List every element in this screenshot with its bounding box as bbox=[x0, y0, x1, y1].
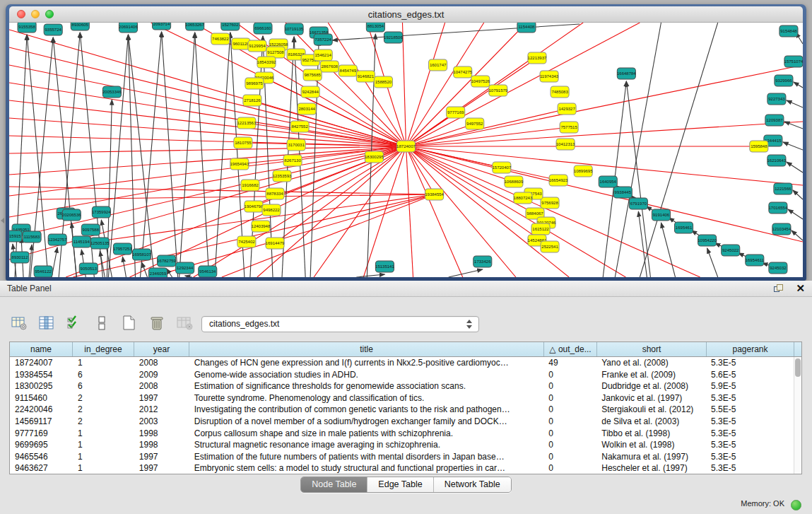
graph-edge[interactable] bbox=[787, 162, 803, 173]
graph-edge[interactable] bbox=[180, 33, 195, 277]
table-scrollbar[interactable] bbox=[794, 357, 801, 474]
scrollbar-thumb[interactable] bbox=[795, 358, 801, 377]
graph-edge[interactable] bbox=[71, 223, 76, 277]
tab-edge-table[interactable]: Edge Table bbox=[367, 477, 433, 492]
delete-column-button[interactable] bbox=[148, 314, 166, 332]
graph-edge[interactable] bbox=[356, 274, 384, 277]
show-column-button[interactable] bbox=[37, 314, 56, 332]
table-cell: 0 bbox=[543, 451, 596, 463]
column-header-year[interactable]: year bbox=[134, 342, 189, 356]
graph-node-label: 9756928 bbox=[541, 201, 558, 205]
table-cell: 9463627 bbox=[10, 462, 73, 474]
minimize-window-icon[interactable] bbox=[31, 10, 40, 18]
close-panel-icon[interactable]: ✕ bbox=[796, 284, 805, 293]
graph-edge[interactable] bbox=[9, 47, 406, 146]
graph-node-label: 16958107 bbox=[132, 252, 151, 257]
graph-edge[interactable] bbox=[783, 142, 803, 150]
table-cell: 1 bbox=[73, 451, 134, 463]
graph-edge[interactable] bbox=[793, 190, 803, 199]
select-all-button[interactable] bbox=[65, 314, 83, 332]
graph-edge[interactable] bbox=[9, 100, 406, 146]
table-cell: Structural magnetic resonance image aver… bbox=[189, 439, 544, 451]
table-row[interactable]: 946362711997Embryonic stem cells: a mode… bbox=[10, 462, 794, 474]
graph-edge[interactable] bbox=[406, 23, 640, 146]
float-panel-icon[interactable] bbox=[774, 284, 784, 293]
column-header-in_degree[interactable]: in_degree bbox=[73, 342, 134, 356]
graph-edge[interactable] bbox=[108, 35, 128, 277]
graph-edge[interactable] bbox=[788, 209, 803, 219]
splitter-handle[interactable] bbox=[402, 281, 411, 284]
graph-node-label: 9155358 bbox=[18, 25, 35, 29]
graph-node-label: 1221566 bbox=[775, 187, 792, 191]
table-row[interactable]: 946554611997Estimation of the future num… bbox=[10, 451, 794, 463]
graph-edge[interactable] bbox=[406, 146, 626, 277]
table-selector-dropdown[interactable]: citations_edges.txt bbox=[201, 316, 479, 332]
table-settings-button[interactable] bbox=[10, 314, 28, 332]
graph-edge[interactable] bbox=[794, 82, 803, 88]
graph-edge[interactable] bbox=[615, 23, 661, 277]
new-column-button[interactable] bbox=[120, 314, 139, 332]
graph-edge[interactable] bbox=[140, 32, 161, 277]
graph-node-label: 9546122 bbox=[35, 269, 52, 274]
graph-edge[interactable] bbox=[784, 122, 803, 129]
column-header-title[interactable]: title bbox=[189, 342, 544, 356]
graph-edge[interactable] bbox=[142, 262, 148, 277]
table-row[interactable]: 1830029562008Estimation of significance … bbox=[10, 380, 794, 392]
graph-edge[interactable] bbox=[9, 187, 435, 194]
column-header-name[interactable]: name bbox=[10, 342, 73, 356]
graph-edge[interactable] bbox=[252, 100, 406, 146]
table-row[interactable]: 911546021997Tourette syndrome. Phenomeno… bbox=[10, 392, 794, 404]
column-header-pagerank[interactable]: pagerank bbox=[707, 342, 794, 356]
close-window-icon[interactable] bbox=[17, 10, 25, 18]
graph-edge[interactable] bbox=[787, 100, 803, 107]
graph-edge[interactable] bbox=[626, 81, 650, 277]
graph-edge[interactable] bbox=[406, 146, 413, 277]
table-cell: 0 bbox=[543, 392, 596, 404]
graph-edge[interactable] bbox=[29, 245, 32, 277]
column-header-out_de[interactable]: △ out_de... bbox=[544, 342, 597, 356]
graph-edge[interactable] bbox=[9, 118, 406, 146]
table-row[interactable]: 1456911722003Disruption of a novel membe… bbox=[10, 416, 794, 428]
tab-network-table[interactable]: Network Table bbox=[434, 477, 511, 492]
table-cell: 6 bbox=[73, 369, 134, 381]
graph-edge[interactable] bbox=[792, 230, 803, 240]
graph-edge[interactable] bbox=[9, 65, 406, 146]
table-row[interactable]: 1938455462009Genome-wide association stu… bbox=[10, 369, 794, 381]
memory-status-label: Memory: OK bbox=[741, 499, 784, 508]
graph-edge[interactable] bbox=[406, 146, 559, 180]
graph-node-label: 9498222 bbox=[263, 208, 280, 212]
graph-node-label: 9050513 bbox=[81, 267, 98, 271]
table-cell: 5.9E-5 bbox=[706, 380, 794, 392]
graph-edge[interactable] bbox=[661, 223, 675, 277]
graph-node-label: 1916682 bbox=[242, 183, 259, 187]
zoom-window-icon[interactable] bbox=[45, 10, 54, 18]
graph-edge[interactable] bbox=[406, 23, 445, 146]
graph-edge[interactable] bbox=[363, 146, 406, 277]
graph-edge[interactable] bbox=[122, 257, 126, 277]
graph-edge[interactable] bbox=[9, 146, 406, 196]
graph-edge[interactable] bbox=[406, 109, 567, 146]
graph-edge[interactable] bbox=[195, 33, 209, 277]
graph-edge[interactable] bbox=[185, 276, 192, 277]
table-cell: 9465546 bbox=[10, 451, 73, 463]
graph-edge[interactable] bbox=[215, 33, 230, 277]
network-canvas-svg[interactable]: 9155358935572489306052069140620937141065… bbox=[9, 23, 803, 277]
graph-edge[interactable] bbox=[9, 83, 406, 146]
table-row[interactable]: 1872400712008Changes of HCN gene express… bbox=[10, 357, 794, 369]
row-height-button[interactable] bbox=[93, 314, 111, 332]
graph-edge[interactable] bbox=[162, 32, 178, 277]
network-window-titlebar[interactable]: citations_edges.txt bbox=[9, 6, 803, 23]
graph-edge[interactable] bbox=[707, 248, 718, 277]
graph-edge[interactable] bbox=[402, 23, 406, 146]
memory-status-indicator[interactable] bbox=[791, 500, 801, 510]
tab-node-table[interactable]: Node Table bbox=[301, 477, 367, 492]
table-row[interactable]: 977716911998Corpus callosum shape and si… bbox=[10, 428, 794, 440]
delete-table-button[interactable] bbox=[175, 314, 194, 332]
graph-node-label: 20053346 bbox=[102, 90, 122, 94]
network-canvas[interactable]: 9155358935572489306052069140620937141065… bbox=[9, 23, 803, 277]
column-header-short[interactable]: short bbox=[597, 342, 707, 356]
table-row[interactable]: 969969511998Structural magnetic resonanc… bbox=[10, 439, 794, 451]
table-row[interactable]: 2242004622012Investigating the contribut… bbox=[10, 404, 794, 416]
graph-edge[interactable] bbox=[449, 269, 483, 277]
collapse-panel-arrow-icon[interactable] bbox=[1, 218, 4, 223]
